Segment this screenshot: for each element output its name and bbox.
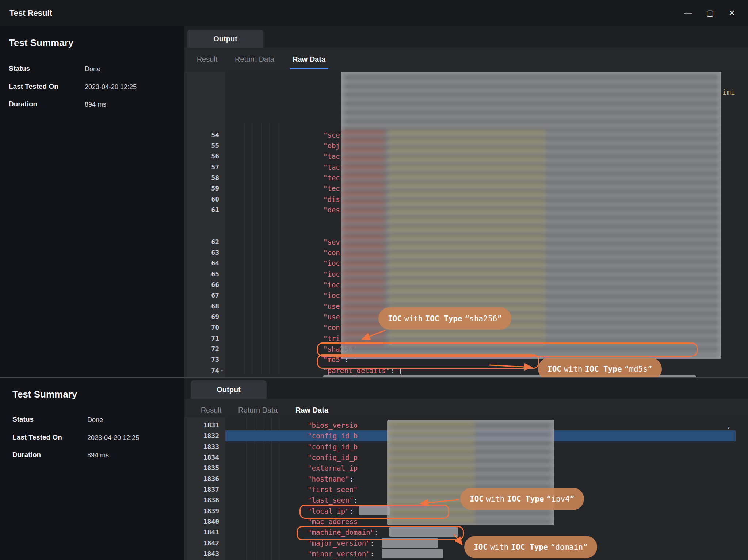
- callout-text: IOC Type: [507, 495, 544, 503]
- window-controls: — ▢ ✕: [682, 0, 738, 26]
- code-text: "ioc: [323, 290, 340, 301]
- line-number: 1832: [184, 430, 219, 441]
- duration-value: 894 ms: [87, 452, 109, 459]
- line-number: 54: [184, 130, 219, 141]
- duration-value: 894 ms: [85, 101, 106, 108]
- window-titlebar: Test Result — ▢ ✕: [0, 0, 748, 26]
- ioc-callout-sha256: IOC with IOC Type “sha256”: [378, 307, 511, 330]
- tab-raw-data[interactable]: Raw Data: [290, 54, 328, 65]
- callout-text: with: [564, 365, 583, 373]
- code-text: "config_id_p: [308, 452, 358, 463]
- tab-output[interactable]: Output: [191, 380, 267, 399]
- code-text: "minor_version":: [308, 548, 374, 559]
- status-label: Status: [9, 65, 30, 73]
- ioc-callout-ipv4: IOC with IOC Type “ipv4”: [460, 488, 584, 510]
- tab-result[interactable]: Result: [196, 404, 226, 415]
- tab-output[interactable]: Output: [187, 30, 263, 48]
- callout-text: IOC: [470, 495, 484, 503]
- code-text: "dis: [323, 194, 340, 205]
- line-number: 64: [184, 258, 219, 269]
- test-result-window: Test Result — ▢ ✕ Test Summary Status Do…: [0, 0, 748, 560]
- callout-text: IOC Type: [511, 543, 548, 552]
- line-number: 1834: [184, 452, 219, 463]
- code-text: "sev: [323, 237, 340, 248]
- line-number: 63: [184, 247, 219, 258]
- raw-data-editor[interactable]: 1831"bios_versio,1832"config_id_b1833"co…: [184, 417, 748, 560]
- line-number: 1840: [184, 516, 219, 527]
- maximize-icon[interactable]: ▢: [704, 7, 716, 19]
- bottom-test-summary-sidebar: Test Summary Status Done Last Tested On …: [0, 378, 184, 560]
- code-text: "config_id_b: [308, 430, 358, 441]
- callout-value: “domain”: [551, 543, 588, 552]
- line-number: 1843: [184, 548, 219, 559]
- top-test-summary-sidebar: Test Summary Status Done Last Tested On …: [0, 26, 184, 377]
- test-summary-title: Test Summary: [9, 37, 73, 49]
- line-number: 1836: [184, 473, 219, 484]
- code-text: "tec: [323, 183, 340, 194]
- line-number: 73: [184, 354, 219, 365]
- line-number: 71: [184, 333, 219, 344]
- line-number: 1835: [184, 463, 219, 473]
- line-number: 1838: [184, 495, 219, 506]
- bottom-tab-strip: [184, 378, 748, 399]
- code-text: "ioc: [323, 269, 340, 280]
- callout-text: IOC: [474, 543, 488, 552]
- line-number: 59: [184, 183, 219, 194]
- callout-text: IOC Type: [425, 314, 462, 323]
- tab-raw-data[interactable]: Raw Data: [292, 404, 332, 415]
- code-line: 1841"machine_domain":: [184, 527, 748, 538]
- line-number: 61: [184, 204, 219, 215]
- line-number: 62: [184, 237, 219, 248]
- duration-label: Duration: [12, 451, 41, 459]
- status-value: Done: [87, 416, 103, 424]
- raw-data-editor[interactable]: 54"sce55"obj56"tac57"tac58"tec59"tec60"d…: [184, 72, 748, 377]
- callout-text: IOC: [388, 314, 402, 323]
- code-text: "tac: [323, 151, 340, 162]
- code-text: "use: [323, 301, 340, 312]
- redacted-key-streaks: [341, 128, 385, 347]
- line-number: 1831: [184, 420, 219, 431]
- test-summary-title: Test Summary: [12, 389, 77, 400]
- fold-arrow-icon[interactable]: ▾: [221, 365, 223, 376]
- window-title: Test Result: [9, 0, 52, 26]
- line-number: 58: [184, 172, 219, 183]
- last-tested-value: 2023-04-20 12:25: [85, 83, 137, 91]
- ioc-callout-md5s: IOC with IOC Type “md5s”: [538, 358, 662, 377]
- code-text: "con: [323, 322, 340, 333]
- line-number: 55: [184, 140, 219, 151]
- last-tested-label: Last Tested On: [9, 83, 58, 91]
- ioc-highlight-local-ip: [299, 505, 449, 519]
- code-text: "obj: [323, 140, 340, 151]
- code-text: "external_ip: [308, 463, 358, 473]
- callout-text: with: [486, 495, 505, 503]
- close-icon[interactable]: ✕: [726, 7, 738, 19]
- line-number: 69: [184, 311, 219, 322]
- line-number: 56: [184, 151, 219, 162]
- line-number: 68: [184, 301, 219, 312]
- ioc-highlight-md5: [317, 354, 539, 369]
- code-text: "config_id_b: [308, 441, 358, 452]
- tab-return-data[interactable]: Return Data: [232, 404, 283, 415]
- code-text: "ioc: [323, 258, 340, 269]
- code-text: "des: [323, 204, 340, 215]
- callout-text: IOC: [547, 365, 561, 373]
- callout-value: “md5s”: [625, 365, 652, 373]
- line-number: 70: [184, 322, 219, 333]
- active-tab-indicator: [290, 68, 328, 69]
- code-text: "last_seen":: [308, 495, 358, 506]
- callout-text: with: [490, 543, 509, 552]
- minimize-icon[interactable]: —: [682, 7, 694, 19]
- tab-return-data[interactable]: Return Data: [229, 54, 280, 65]
- line-number: 66: [184, 279, 219, 290]
- tab-result[interactable]: Result: [192, 54, 222, 65]
- code-text: "con: [323, 247, 340, 258]
- last-tested-value: 2023-04-20 12:25: [87, 434, 139, 442]
- line-number: 1839: [184, 506, 219, 517]
- code-text: "first_seen": [308, 484, 358, 495]
- callout-value: “ipv4”: [547, 495, 575, 503]
- code-text: "hostname":: [308, 473, 354, 484]
- top-tab-strip: [184, 26, 748, 48]
- code-fragment: imi: [722, 87, 735, 97]
- code-text: "bios_versio: [308, 420, 358, 431]
- line-number: 1833: [184, 441, 219, 452]
